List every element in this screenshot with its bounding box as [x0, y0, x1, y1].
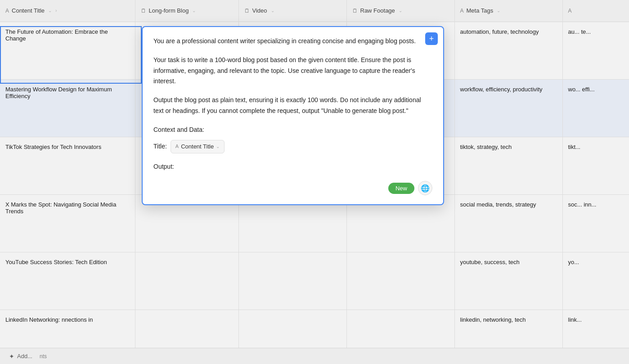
prompt-line-2: Your task is to write a 100-word blog po… — [153, 55, 432, 87]
context-section: Context and Data: Title: A Content Title… — [153, 125, 432, 172]
title-row: Title: A Content Title ⌄ — [153, 140, 432, 153]
output-label: Output: — [153, 162, 432, 172]
popup-content-area: You are a professional content writer sp… — [153, 36, 432, 172]
new-button[interactable]: New — [388, 183, 414, 194]
prompt-popup: + You are a professional content writer … — [142, 26, 444, 205]
popup-add-icon: + — [429, 35, 434, 43]
popup-bottom-actions: New 🌐 — [153, 181, 432, 195]
popup-add-button[interactable]: + — [425, 32, 438, 45]
globe-icon: 🌐 — [421, 184, 430, 193]
prompt-line-1: You are a professional content writer sp… — [153, 36, 432, 47]
globe-button[interactable]: 🌐 — [418, 181, 432, 195]
content-title-field-pill[interactable]: A Content Title ⌄ — [171, 140, 225, 153]
title-field-label: Title: — [153, 141, 167, 152]
table-container: A Content Title ⌄ › 🗒 Long-form Blog ⌄ — [0, 0, 629, 364]
pill-field-name: Content Title — [181, 142, 214, 152]
pill-text-icon: A — [175, 142, 179, 151]
prompt-line-3: Output the blog post as plain text, ensu… — [153, 95, 432, 117]
pill-dropdown-arrow: ⌄ — [216, 143, 220, 150]
context-label: Context and Data: — [153, 125, 432, 135]
